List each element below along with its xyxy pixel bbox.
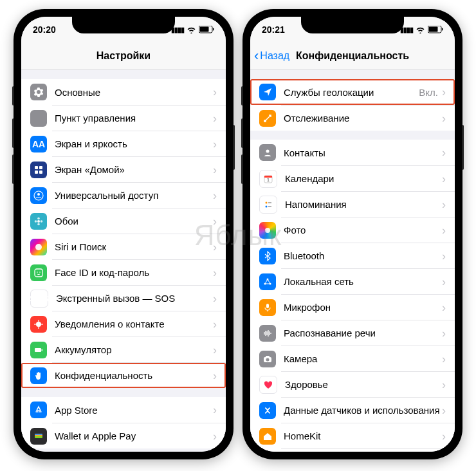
cell-privacy[interactable]: Конфиденциальность› xyxy=(21,362,226,388)
cell-battery[interactable]: Аккумулятор› xyxy=(21,337,226,362)
cell-label: Отслеживание xyxy=(284,113,442,124)
cell-localnet[interactable]: Локальная сеть› xyxy=(250,268,455,294)
svg-rect-15 xyxy=(35,269,42,277)
localnet-icon xyxy=(259,273,276,290)
back-button[interactable]: ‹ Назад xyxy=(254,49,289,63)
cell-microphone[interactable]: Микрофон› xyxy=(250,294,455,320)
homekit-icon xyxy=(259,428,276,445)
chevron-right-icon: › xyxy=(213,138,217,150)
svg-rect-1 xyxy=(200,27,209,32)
reminders-icon xyxy=(259,196,277,214)
accessibility-icon xyxy=(30,187,47,204)
cell-reminders[interactable]: Напоминания› xyxy=(250,191,455,217)
privacy-icon xyxy=(30,367,47,384)
svg-point-10 xyxy=(37,217,40,219)
svg-rect-3 xyxy=(35,166,38,169)
chevron-right-icon: › xyxy=(213,216,217,227)
svg-rect-6 xyxy=(39,171,42,174)
notch xyxy=(72,17,175,33)
cell-health[interactable]: Здоровье› xyxy=(250,371,455,397)
cell-label: Wallet и Apple Pay xyxy=(55,430,213,441)
svg-point-34 xyxy=(266,150,270,153)
cell-photos[interactable]: Фото› xyxy=(250,217,455,243)
chevron-left-icon: ‹ xyxy=(254,49,259,63)
cell-faceid[interactable]: Face ID и код-пароль› xyxy=(21,259,226,285)
svg-point-13 xyxy=(41,220,43,223)
battery-icon xyxy=(428,26,443,33)
cell-camera[interactable]: Камера› xyxy=(250,346,455,371)
cell-label: App Store xyxy=(55,405,213,416)
cell-bluetooth[interactable]: Bluetooth› xyxy=(250,243,455,268)
chevron-right-icon: › xyxy=(442,250,446,262)
cell-label: Напоминания xyxy=(285,199,442,210)
svg-rect-31 xyxy=(429,27,438,32)
chevron-right-icon: › xyxy=(213,370,217,382)
wallet-icon xyxy=(30,428,47,445)
svg-point-9 xyxy=(37,220,40,223)
chevron-right-icon: › xyxy=(213,344,217,356)
cell-accessibility[interactable]: Универсальный доступ› xyxy=(21,182,226,208)
cell-sos[interactable]: SOSЭкстренный вызов — SOS› xyxy=(21,285,226,311)
svg-rect-4 xyxy=(39,166,42,169)
cell-app-store[interactable]: App Store› xyxy=(21,397,226,423)
chevron-right-icon: › xyxy=(442,86,446,98)
chevron-right-icon: › xyxy=(213,113,217,124)
page-title: Конфиденциальность xyxy=(296,50,409,62)
cell-label: Контакты xyxy=(284,147,442,158)
cell-tracking[interactable]: Отслеживание› xyxy=(250,105,455,131)
cell-control-center[interactable]: Пункт управления› xyxy=(21,105,226,131)
svg-rect-46 xyxy=(266,304,269,308)
cell-research[interactable]: Данные датчиков и использования› xyxy=(250,397,455,423)
svg-point-39 xyxy=(266,205,268,207)
cell-location[interactable]: Службы геолокацииВкл.› xyxy=(250,79,455,105)
chevron-right-icon: › xyxy=(213,267,217,279)
contacts-icon xyxy=(259,144,276,161)
svg-rect-27 xyxy=(35,436,42,438)
status-time: 20:20 xyxy=(33,24,56,35)
cell-label: Камера xyxy=(284,353,442,364)
svg-point-11 xyxy=(37,223,40,225)
cell-display[interactable]: AAЭкран и яркость› xyxy=(21,131,226,156)
svg-rect-23 xyxy=(35,348,41,352)
cell-siri[interactable]: Siri и Поиск› xyxy=(21,234,226,259)
svg-rect-5 xyxy=(35,171,38,174)
svg-point-16 xyxy=(37,272,38,273)
privacy-list[interactable]: Службы геолокацииВкл.›Отслеживание›Конта… xyxy=(250,70,455,452)
cell-label: Службы геолокации xyxy=(284,87,419,98)
svg-point-38 xyxy=(266,201,268,203)
settings-list[interactable]: Основные›Пункт управления›AAЭкран и ярко… xyxy=(21,70,226,452)
chevron-right-icon: › xyxy=(442,353,446,365)
cell-label: Уведомления о контакте xyxy=(55,319,213,329)
chevron-right-icon: › xyxy=(213,430,217,442)
cell-label: Пункт управления xyxy=(55,113,213,124)
calendars-icon: 1 xyxy=(259,170,277,188)
research-icon xyxy=(259,402,276,419)
svg-rect-32 xyxy=(442,28,443,31)
wifi-icon xyxy=(187,26,196,33)
health-icon xyxy=(259,376,277,394)
chevron-right-icon: › xyxy=(213,319,217,330)
chevron-right-icon: › xyxy=(213,293,217,304)
cell-general[interactable]: Основные› xyxy=(21,79,226,105)
cell-label: Локальная сеть xyxy=(284,276,442,287)
cell-media[interactable]: Медиа и Apple Music› xyxy=(250,448,455,452)
svg-text:1: 1 xyxy=(267,178,270,182)
app-store-icon xyxy=(30,402,47,418)
cell-exposure[interactable]: Уведомления о контакте› xyxy=(21,311,226,337)
tracking-icon xyxy=(259,110,276,127)
display-icon: AA xyxy=(30,136,47,152)
faceid-icon xyxy=(30,264,47,281)
cell-wallpaper[interactable]: Обои› xyxy=(21,208,226,234)
cell-label: Экран и яркость xyxy=(55,138,213,149)
cell-label: Экстренный вызов — SOS xyxy=(56,293,213,304)
cell-contacts[interactable]: Контакты› xyxy=(250,140,455,165)
cell-speech[interactable]: Распознавание речи› xyxy=(250,320,455,346)
navbar: ‹ Назад Конфиденциальность xyxy=(250,42,455,70)
cell-wallet[interactable]: Wallet и Apple Pay› xyxy=(21,423,226,448)
cell-calendars[interactable]: 1Календари› xyxy=(250,165,455,191)
cell-homekit[interactable]: HomeKit› xyxy=(250,423,455,448)
exposure-icon xyxy=(30,316,47,333)
cell-label: Face ID и код-пароль xyxy=(55,267,213,278)
cell-home-screen[interactable]: Экран «Домой»› xyxy=(21,156,226,182)
cell-label: Аккумулятор xyxy=(55,344,213,355)
